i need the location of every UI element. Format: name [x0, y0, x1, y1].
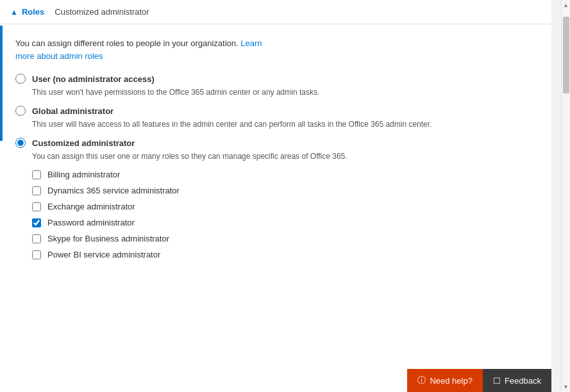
checkbox-password-input[interactable] — [32, 218, 41, 227]
checkbox-password-label: Password administrator — [47, 218, 135, 227]
panel-subtitle: Customized administrator — [54, 7, 149, 17]
radio-global-description: This user will have access to all featur… — [32, 118, 536, 130]
checkbox-powerbi-input[interactable] — [32, 250, 41, 259]
radio-option-user: User (no administrator access) This user… — [15, 74, 536, 98]
feedback-label: Feedback — [505, 376, 541, 386]
radio-user-input[interactable] — [15, 74, 26, 84]
checkbox-exchange-label: Exchange administrator — [47, 202, 135, 211]
radio-global-input[interactable] — [15, 106, 26, 116]
roles-link[interactable]: Roles — [22, 7, 44, 17]
checkbox-powerbi[interactable]: Power BI service administrator — [32, 250, 536, 259]
feedback-icon: ☐ — [493, 376, 501, 386]
checkbox-skype-label: Skype for Business administrator — [47, 234, 169, 243]
bottom-bar: ⓘ Need help? ☐ Feedback — [0, 369, 551, 392]
feedback-button[interactable]: ☐ Feedback — [483, 369, 551, 392]
radio-option-global: Global administrator This user will have… — [15, 106, 536, 130]
checkbox-password[interactable]: Password administrator — [32, 218, 536, 227]
scrollbar-arrow-up[interactable]: ▲ — [562, 0, 571, 10]
checkbox-dynamics-label: Dynamics 365 service administrator — [47, 186, 180, 195]
radio-custom-label: Customized administrator — [32, 138, 135, 148]
panel-content: You can assign different roles to people… — [0, 24, 551, 392]
checkbox-skype-input[interactable] — [32, 234, 41, 243]
chevron-up-icon: ▲ — [10, 8, 18, 17]
checkbox-billing-input[interactable] — [32, 170, 41, 179]
checkbox-list: Billing administrator Dynamics 365 servi… — [32, 170, 536, 259]
collapse-button[interactable]: ▲ — [10, 8, 18, 17]
panel-header: ▲ Roles Customized administrator — [0, 0, 551, 24]
checkbox-exchange-input[interactable] — [32, 202, 41, 211]
radio-custom-input[interactable] — [15, 138, 26, 148]
scrollbar-track — [562, 10, 571, 382]
radio-user-label-row[interactable]: User (no administrator access) — [15, 74, 536, 84]
radio-user-description: This user won't have permissions to the … — [32, 86, 536, 98]
checkbox-exchange[interactable]: Exchange administrator — [32, 202, 536, 211]
main-panel: ▲ Roles Customized administrator You can… — [0, 0, 551, 392]
radio-user-label: User (no administrator access) — [32, 74, 155, 84]
radio-global-label-row[interactable]: Global administrator — [15, 106, 536, 116]
help-icon: ⓘ — [417, 375, 426, 386]
radio-custom-description: You can assign this user one or many rol… — [32, 151, 536, 162]
intro-text: You can assign different roles to people… — [15, 37, 536, 62]
radio-option-custom: Customized administrator You can assign … — [15, 138, 536, 259]
checkbox-dynamics[interactable]: Dynamics 365 service administrator — [32, 186, 536, 195]
checkbox-dynamics-input[interactable] — [32, 186, 41, 195]
scrollbar-thumb[interactable] — [563, 17, 569, 94]
radio-custom-label-row[interactable]: Customized administrator — [15, 138, 536, 148]
need-help-button[interactable]: ⓘ Need help? — [407, 369, 483, 392]
checkbox-powerbi-label: Power BI service administrator — [47, 250, 160, 259]
intro-description: You can assign different roles to people… — [15, 38, 240, 48]
scrollbar-arrow-down[interactable]: ▼ — [562, 382, 571, 392]
need-help-label: Need help? — [430, 376, 473, 386]
checkbox-billing-label: Billing administrator — [47, 170, 120, 179]
left-accent — [0, 26, 3, 141]
radio-global-label: Global administrator — [32, 106, 113, 116]
checkbox-skype[interactable]: Skype for Business administrator — [32, 234, 536, 243]
right-scrollbar: ▲ ▼ — [561, 0, 570, 392]
checkbox-billing[interactable]: Billing administrator — [32, 170, 536, 179]
